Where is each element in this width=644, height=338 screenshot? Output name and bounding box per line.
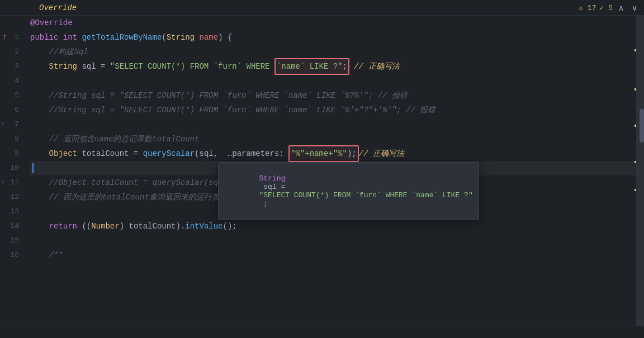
gutter-line-1: ↑ 1: [0, 30, 23, 45]
token-queryscalar: queryScalar: [143, 146, 195, 161]
token-int: int: [63, 30, 77, 45]
gutter-line-4: 4: [0, 74, 23, 88]
token-cursor: [32, 163, 34, 173]
token-comment-build-sql: //构建Sql: [49, 45, 88, 59]
token-string-type: String: [167, 30, 195, 45]
token-comment-16: /**: [49, 248, 63, 263]
line-num-4: 4: [15, 74, 19, 88]
code-line-override: @Override: [30, 16, 636, 30]
code-line-6: //String sql = "SELECT COUNT(*) FROM `fu…: [30, 103, 636, 117]
gutter-line-10: 10: [0, 161, 23, 175]
token-space14a: ((: [77, 219, 91, 234]
line-num-11: 11: [10, 175, 19, 190]
gutter-line-8: 8: [0, 132, 23, 146]
chevron-up-button[interactable]: ∧: [616, 2, 626, 13]
code-line-14: return (( Number ) totalCount). intValue…: [30, 219, 636, 234]
chevron-down-button[interactable]: ∨: [629, 2, 640, 13]
code-line-2: //构建Sql: [30, 45, 636, 59]
gutter-line-2: 2: [0, 45, 23, 59]
token-blank4: [30, 74, 35, 88]
token-indent16: [30, 248, 49, 263]
fold-icon-7[interactable]: ▽: [1, 117, 4, 132]
token-blank7: [30, 117, 35, 132]
highlight-box-3: `name` LIKE ?";: [274, 58, 349, 75]
line-num-7: 7: [15, 117, 19, 132]
token-indent11: [30, 175, 49, 190]
line-num-6: 6: [15, 103, 19, 117]
token-space14b: ) totalCount).: [120, 219, 186, 234]
line-num-16: 16: [10, 248, 19, 263]
token-public: public: [30, 30, 58, 45]
token-indent9: [30, 146, 49, 161]
token-indent3: [30, 59, 49, 74]
token-override: @Override: [30, 16, 73, 30]
token-paren1: (: [162, 30, 166, 45]
fold-icon-11[interactable]: ▽: [1, 175, 4, 190]
gutter-line-13: 13: [0, 204, 23, 219]
bottom-status-bar: [0, 326, 644, 338]
token-paren14: ();: [223, 219, 237, 234]
token-comment-5: //String sql = "SELECT COUNT(*) FROM `fu…: [49, 88, 408, 103]
code-content: @Override public int getTotalRowByName (…: [28, 16, 636, 326]
token-indent14: [30, 219, 49, 234]
gutter-line-11: ▽ 11: [0, 175, 23, 190]
gutter-line-7: ▽ 7: [0, 117, 23, 132]
gutter-line-9: 9: [0, 146, 23, 161]
code-line-5: //String sql = "SELECT COUNT(*) FROM `fu…: [30, 88, 636, 103]
tooltip-space: sql =: [259, 183, 290, 191]
token-space2: [77, 30, 82, 45]
token-blank15: [30, 234, 35, 248]
token-str-3c: ";: [338, 62, 347, 71]
scrollbar-thumb[interactable]: [640, 109, 644, 142]
token-fn-name: getTotalRowByName: [82, 30, 162, 45]
code-line-16: /**: [30, 248, 636, 263]
code-area: ↑ 1 2 3 4 5 6 ▽: [0, 16, 644, 326]
token-string-type-3: String: [49, 59, 77, 74]
gutter-line-6: 6: [0, 103, 23, 117]
override-label: Override: [39, 3, 77, 12]
gutter-line-12: 12: [0, 190, 23, 204]
token-return: return: [49, 219, 77, 234]
token-str-3b: `name` LIKE ?: [277, 62, 338, 71]
token-space3a: sql =: [77, 59, 110, 74]
scrollbar-marker-5: [634, 189, 636, 191]
scrollbar-marker-3: [634, 125, 636, 127]
scrollbar-marker-2: [634, 88, 636, 91]
token-indent12: [30, 190, 49, 204]
gutter-line-3: 3: [0, 59, 23, 74]
line-num-13: 13: [10, 204, 19, 219]
line-num-14: 14: [10, 219, 19, 234]
token-comment-correct-9: // 正确写法: [359, 146, 404, 161]
check-badge: ✓ 5: [600, 3, 613, 12]
token-paren9a: (sql, …parameters:: [195, 146, 288, 161]
line-num-15: 15: [10, 234, 19, 248]
token-space3b: [349, 59, 354, 74]
token-object-type: Object: [49, 146, 77, 161]
token-blank13: [30, 204, 35, 219]
token-name-param: name: [200, 30, 219, 45]
line-num-1: 1: [15, 30, 19, 45]
code-line-7: [30, 117, 636, 132]
scrollbar-marker-4: [634, 161, 636, 163]
token-space1: [58, 30, 63, 45]
code-line-3: String sql = "SELECT COUNT(*) FROM `furn…: [30, 59, 636, 74]
tooltip-kw-string: String: [259, 174, 285, 183]
code-line-4: [30, 74, 636, 88]
token-intvalue: intValue: [185, 219, 222, 234]
top-bar-right: ⚠ 17 ✓ 5 ∧ ∨: [579, 2, 640, 13]
token-comment-6: //String sql = "SELECT COUNT(*) FROM `fu…: [49, 103, 436, 117]
line-num-2: 2: [15, 45, 19, 59]
token-paren2: ) {: [218, 30, 232, 45]
line-numbers-gutter: ↑ 1 2 3 4 5 6 ▽: [0, 16, 28, 326]
top-bar: Override ⚠ 17 ✓ 5 ∧ ∨: [0, 0, 644, 16]
token-indent5: [30, 88, 49, 103]
line-num-5: 5: [15, 88, 19, 103]
highlight-box-9: "%"+name+"%");: [288, 145, 359, 162]
tooltip-str: "SELECT COUNT(*) FROM `furn` WHERE `name…: [259, 191, 472, 199]
gutter-line-14: 14: [0, 219, 23, 234]
code-line-8: // 返回包含name的总记录数totalCount: [30, 132, 636, 146]
tooltip-popup: String sql = "SELECT COUNT(*) FROM `furn…: [218, 162, 479, 220]
scrollbar-track[interactable]: [636, 16, 644, 326]
token-number-type: Number: [91, 219, 119, 234]
code-line-1: public int getTotalRowByName ( String na…: [30, 30, 636, 45]
